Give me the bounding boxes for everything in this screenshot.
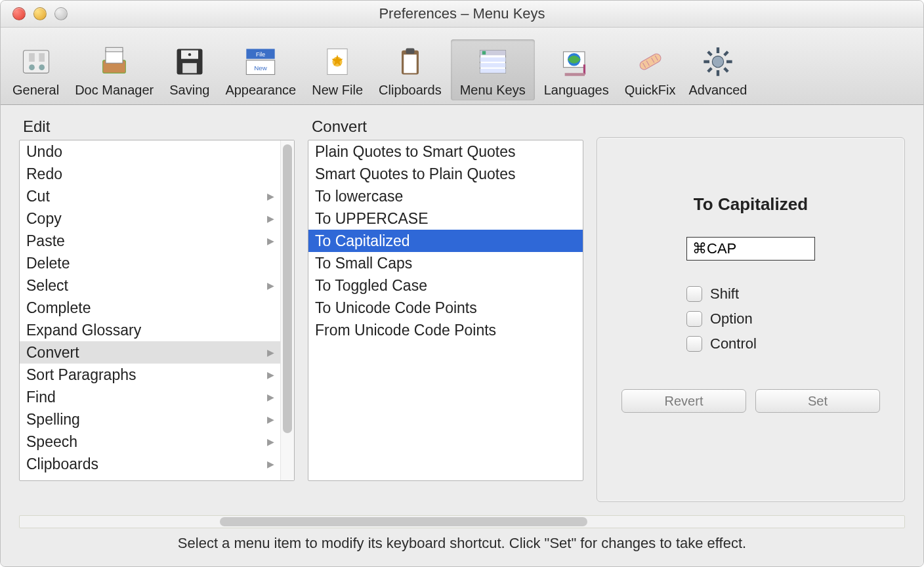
scrollbar-thumb[interactable] xyxy=(220,517,587,526)
list-item[interactable]: Expand Glossary xyxy=(20,319,281,341)
tab-saving[interactable]: Saving xyxy=(163,39,216,100)
svg-rect-7 xyxy=(106,47,123,52)
svg-point-35 xyxy=(712,56,723,67)
list-item[interactable]: Clipboards▶ xyxy=(20,453,281,475)
zoom-icon[interactable] xyxy=(54,7,68,20)
svg-rect-6 xyxy=(106,51,123,64)
list-item[interactable]: Speech▶ xyxy=(20,430,281,453)
submenu-arrow-icon: ▶ xyxy=(267,230,274,252)
set-button[interactable]: Set xyxy=(755,389,880,413)
list-item[interactable]: Find▶ xyxy=(20,386,281,408)
submenu-arrow-icon: ▶ xyxy=(267,430,274,453)
list-item[interactable]: Undo xyxy=(20,140,281,163)
submenu-arrow-icon: ▶ xyxy=(267,408,274,430)
list-item[interactable]: Smart Quotes to Plain Quotes xyxy=(308,163,583,185)
list-item-label: Convert xyxy=(26,341,79,364)
toolbar-label: QuickFix xyxy=(625,83,676,98)
list-item-label: Redo xyxy=(26,163,62,185)
toolbar-label: Appearance xyxy=(225,83,296,98)
list-item[interactable]: To lowercase xyxy=(308,185,583,207)
tab-appearance[interactable]: FileNewAppearance xyxy=(216,39,305,100)
tab-quickfix[interactable]: QuickFix xyxy=(618,39,682,100)
checkbox-icon xyxy=(686,336,702,352)
toolbar-label: Clipboards xyxy=(379,83,442,98)
tab-advanced[interactable]: Advanced xyxy=(682,39,754,100)
svg-line-42 xyxy=(724,52,728,55)
minimize-icon[interactable] xyxy=(33,7,47,20)
list-item[interactable]: Convert▶ xyxy=(20,341,281,364)
list-item[interactable]: Cut▶ xyxy=(20,185,281,207)
menukeys-icon xyxy=(474,43,511,80)
list-item-label: Clipboards xyxy=(26,453,98,475)
tab-general[interactable]: General xyxy=(6,39,66,100)
close-icon[interactable] xyxy=(12,7,26,20)
svg-rect-3 xyxy=(29,53,35,62)
tab-languages[interactable]: Languages xyxy=(535,39,618,100)
menu-column-heading: Edit xyxy=(23,117,295,136)
list-item[interactable]: To Capitalized xyxy=(308,230,583,252)
svg-text:New: New xyxy=(255,64,268,72)
list-item-label: Speech xyxy=(26,430,77,453)
toolbar-label: New File xyxy=(312,83,363,98)
svg-rect-25 xyxy=(480,63,505,68)
toolbar-label: Advanced xyxy=(689,83,747,98)
svg-line-43 xyxy=(708,68,711,72)
list-item[interactable]: To Unicode Code Points xyxy=(308,297,583,319)
list-item-label: Sort Paragraphs xyxy=(26,364,136,386)
svg-rect-0 xyxy=(23,51,49,74)
scrollbar[interactable] xyxy=(280,140,294,480)
option-checkbox[interactable]: Option xyxy=(686,310,815,327)
list-item[interactable]: Copy▶ xyxy=(20,207,281,230)
shortcut-input[interactable] xyxy=(686,237,815,261)
svg-line-41 xyxy=(724,68,728,72)
list-item-label: To Small Caps xyxy=(315,252,412,274)
list-item[interactable]: Select▶ xyxy=(20,274,281,297)
tab-clipboards[interactable]: Clipboards xyxy=(369,39,451,100)
list-item-label: Delete xyxy=(26,252,70,274)
list-item[interactable]: Spelling▶ xyxy=(20,408,281,430)
tab-newfile[interactable]: New File xyxy=(305,39,369,100)
scrollbar-thumb[interactable] xyxy=(283,144,292,433)
revert-button[interactable]: Revert xyxy=(621,389,746,413)
list-item[interactable]: Redo xyxy=(20,163,281,185)
list-item-label: Plain Quotes to Smart Quotes xyxy=(315,140,516,163)
list-item[interactable]: From Unicode Code Points xyxy=(308,319,583,341)
menu-column: Edit UndoRedoCut▶Copy▶Paste▶DeleteSelect… xyxy=(19,117,295,513)
svg-rect-10 xyxy=(182,63,197,73)
quickfix-icon xyxy=(632,43,669,80)
option-label: Option xyxy=(710,310,753,327)
list-item[interactable]: Delete xyxy=(20,252,281,274)
shift-checkbox[interactable]: Shift xyxy=(686,285,815,303)
svg-rect-20 xyxy=(406,48,414,54)
list-item[interactable]: Paste▶ xyxy=(20,230,281,252)
submenu-column: Convert Plain Quotes to Smart QuotesSmar… xyxy=(308,117,583,513)
submenu-arrow-icon: ▶ xyxy=(267,386,274,408)
control-checkbox[interactable]: Control xyxy=(686,335,815,352)
tab-menukeys[interactable]: Menu Keys xyxy=(451,39,535,100)
list-item-label: From Unicode Code Points xyxy=(315,319,496,341)
tab-docmanager[interactable]: Doc Manager xyxy=(66,39,163,100)
svg-rect-30 xyxy=(638,52,662,72)
appearance-icon: FileNew xyxy=(242,43,279,80)
clipboards-icon xyxy=(392,43,429,80)
svg-text:File: File xyxy=(256,51,265,58)
list-item-label: Smart Quotes to Plain Quotes xyxy=(315,163,516,185)
list-item[interactable]: Plain Quotes to Smart Quotes xyxy=(308,140,583,163)
submenu-arrow-icon: ▶ xyxy=(267,341,274,364)
saving-icon xyxy=(171,43,208,80)
list-item-label: To Toggled Case xyxy=(315,274,427,297)
list-item[interactable]: To Small Caps xyxy=(308,252,583,274)
horizontal-scrollbar[interactable] xyxy=(19,515,905,528)
submenu-arrow-icon: ▶ xyxy=(267,274,274,297)
menu-list[interactable]: UndoRedoCut▶Copy▶Paste▶DeleteSelect▶Comp… xyxy=(19,140,295,481)
list-item-label: Find xyxy=(26,386,56,408)
submenu-arrow-icon: ▶ xyxy=(267,185,274,207)
list-item[interactable]: Sort Paragraphs▶ xyxy=(20,364,281,386)
list-item[interactable]: To Toggled Case xyxy=(308,274,583,297)
shift-label: Shift xyxy=(710,285,739,303)
general-icon xyxy=(18,43,54,80)
list-item[interactable]: Complete xyxy=(20,297,281,319)
submenu-list[interactable]: Plain Quotes to Smart QuotesSmart Quotes… xyxy=(308,140,583,481)
list-item[interactable]: To UPPERCASE xyxy=(308,207,583,230)
control-label: Control xyxy=(710,335,757,352)
